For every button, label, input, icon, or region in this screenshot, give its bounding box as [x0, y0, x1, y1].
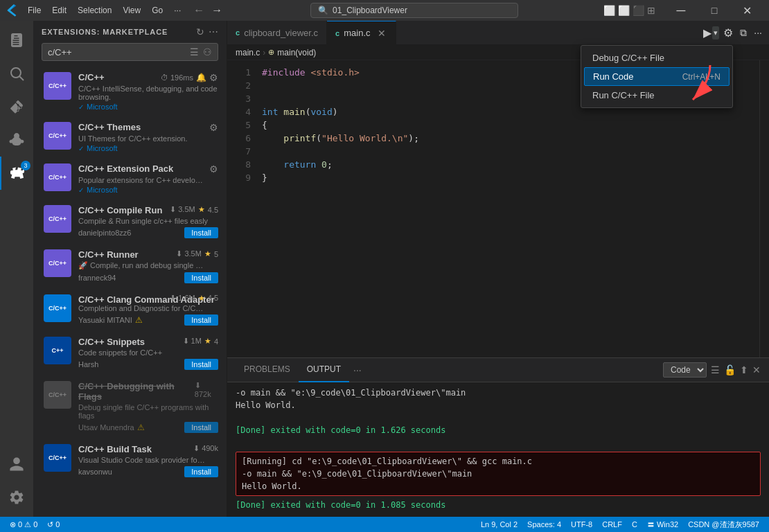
sync-icon: ↺	[47, 520, 53, 529]
install-btn-debug-flags[interactable]: Install	[184, 422, 218, 433]
search-box[interactable]: 🔍 01_ClipboardViewer	[310, 3, 518, 18]
output-source-select[interactable]: Code	[663, 362, 707, 378]
install-btn-compile-run[interactable]: Install	[184, 227, 218, 238]
ext-gear-btn-cpp-main[interactable]: ⚙	[209, 72, 218, 83]
activity-item-extensions[interactable]: 3	[0, 157, 33, 190]
menu-selection[interactable]: Selection	[72, 3, 117, 18]
ext-desc-cpp-pack: Popular extensions for C++ development i…	[78, 176, 206, 184]
activity-item-accounts[interactable]	[0, 447, 33, 481]
editor-scrollbar[interactable]	[759, 60, 769, 357]
install-btn-snippets[interactable]: Install	[184, 359, 218, 370]
minimize-btn[interactable]: ─	[665, 0, 697, 21]
panel-content[interactable]: -o main && "e:\9_code\01_ClipboardViewer…	[227, 382, 769, 517]
refresh-icon[interactable]: ↻	[196, 26, 204, 37]
menu-edit[interactable]: Edit	[46, 3, 72, 18]
ext-bell-icon: 🔔	[196, 73, 206, 82]
menu-more[interactable]: ···	[168, 3, 186, 18]
sidebar-header: EXTENSIONS: MARKETPLACE ↻ ⋯	[33, 21, 227, 43]
menu-go[interactable]: Go	[146, 3, 168, 18]
layout-btn-3[interactable]: ⬛	[633, 5, 644, 16]
c-file-icon-2: c	[335, 29, 339, 37]
layout-btn-4[interactable]: ⊞	[647, 5, 655, 16]
running-line-1: [Running] cd "e:\9_code\01_ClipboardView…	[242, 455, 754, 468]
settings-gear-icon[interactable]: ⚙	[721, 25, 736, 41]
run-annotation-arrow	[672, 62, 714, 106]
menu-view[interactable]: View	[117, 3, 146, 18]
maximize-btn[interactable]: □	[698, 0, 730, 21]
tab-main[interactable]: c main.c ✕	[327, 21, 396, 44]
breadcrumb-file[interactable]: main.c	[236, 48, 260, 57]
activity-item-search[interactable]	[0, 57, 33, 90]
status-spaces[interactable]: Spaces: 4	[523, 520, 565, 529]
ext-item-cpp-compile-run[interactable]: C/C++ C/C++ Compile Run ⬇ 3.5M ★ 4.5 Com…	[33, 200, 227, 244]
search-input[interactable]	[48, 47, 186, 57]
install-btn-clang[interactable]: Install	[184, 314, 218, 326]
panel-list-icon[interactable]: ☰	[711, 364, 720, 375]
ext-item-cpp-themes[interactable]: C/C++ C/C++ Themes ⚙ UI Themes for C/C++…	[33, 116, 227, 158]
ext-icon-cpp-themes: C/C++	[44, 122, 71, 150]
status-language[interactable]: C	[628, 520, 642, 529]
code-editor[interactable]: 123456789 #include <stdio.h> int main(vo…	[227, 60, 769, 357]
activity-item-git[interactable]	[0, 90, 33, 123]
star-icon-1: ★	[198, 205, 205, 214]
breadcrumb-func[interactable]: ⊕ main(void)	[268, 48, 316, 57]
status-sync[interactable]: ↺ 0	[43, 520, 64, 529]
activity-item-explorer[interactable]	[0, 24, 33, 57]
ext-desc-cpp-runner: 🚀 Compile, run and debug single or multi…	[78, 261, 206, 270]
ext-desc-cpp-compile-run: Compile & Run single c/c++ files easly	[78, 217, 218, 225]
output-line-4	[236, 436, 761, 449]
close-btn[interactable]: ✕	[732, 0, 763, 21]
panel-up-icon[interactable]: ⬆	[740, 364, 748, 375]
panel-lock-icon[interactable]: 🔓	[724, 364, 736, 375]
status-line-ending[interactable]: CRLF	[598, 520, 626, 529]
ext-icon-cpp-clang: C/C++	[44, 294, 71, 322]
titlebar-nav: ← →	[191, 3, 225, 18]
ext-desc-cpp-build-task: Visual Studio Code task provider for com…	[78, 456, 206, 464]
ext-gear-btn-cpp-pack[interactable]: ⚙	[209, 163, 218, 175]
install-btn-build-task[interactable]: Install	[184, 466, 218, 477]
run-dropdown-arrow[interactable]: ▾	[712, 26, 719, 39]
ext-gear-btn-cpp-themes[interactable]: ⚙	[209, 122, 218, 133]
panel-tab-output[interactable]: OUTPUT	[299, 358, 349, 382]
activity-item-debug[interactable]	[0, 123, 33, 157]
ext-item-cpp-main[interactable]: C/C++ C/C++ ⏱ 196ms 🔔 ⚙ C/C++ IntelliSen…	[33, 66, 227, 116]
panel-tab-problems[interactable]: PROBLEMS	[236, 358, 299, 382]
ext-icon-cpp-pack: C/C++	[44, 163, 71, 191]
search-icon: 🔍	[318, 6, 328, 15]
status-encoding[interactable]: UTF-8	[567, 520, 596, 529]
filter-icon[interactable]: ⋯	[209, 26, 218, 37]
ext-author-cpp-pack: Microsoft	[87, 186, 118, 194]
view-filter-icon[interactable]: ☰	[190, 46, 199, 57]
ext-item-cpp-build-task[interactable]: C/C++ C/C++ Build Task ⬇ 490k Visual Stu…	[33, 438, 227, 483]
run-icon[interactable]: ▶	[703, 26, 711, 39]
activity-item-settings[interactable]	[0, 481, 33, 514]
nav-back-btn[interactable]: ←	[191, 3, 207, 18]
ext-name-cpp-snippets: C/C++ Snippets	[78, 337, 145, 347]
output-running-box: [Running] cd "e:\9_code\01_ClipboardView…	[236, 452, 761, 496]
ext-item-cpp-debug-flags[interactable]: C/C++ C/C++ Debugging with Flags ⬇ 872k …	[33, 375, 227, 438]
split-editor-icon[interactable]: ⧉	[737, 26, 750, 40]
ext-item-cpp-pack[interactable]: C/C++ C/C++ Extension Pack ⚙ Popular ext…	[33, 158, 227, 200]
panel-tab-more-btn[interactable]: ···	[349, 364, 366, 375]
panel-close-icon[interactable]: ✕	[752, 364, 761, 375]
status-position[interactable]: Ln 9, Col 2	[477, 520, 522, 529]
tab-close-main[interactable]: ✕	[378, 28, 386, 39]
menu-bar: File Edit Selection View Go ···	[22, 3, 186, 18]
tab-clipboard[interactable]: c clipboard_viewer.c	[227, 21, 327, 44]
layout-btn-1[interactable]: ⬜	[603, 5, 615, 16]
status-platform[interactable]: 〓 Win32	[643, 520, 682, 530]
code-line-7	[262, 145, 754, 158]
ext-item-cpp-clang[interactable]: C/C++ C/C++ Clang Command Adapter ⬇ 1.6M…	[33, 289, 227, 331]
filter-btn[interactable]: ⚇	[203, 46, 212, 57]
layout-btn-2[interactable]: ⬜	[618, 5, 630, 16]
run-code-btn[interactable]: ▶ ▾	[703, 26, 719, 39]
nav-forward-btn[interactable]: →	[209, 3, 225, 18]
func-icon: ⊕	[268, 48, 274, 57]
ext-item-cpp-snippets[interactable]: C++ C/C++ Snippets ⬇ 1M ★ 4 Code snippet…	[33, 331, 227, 375]
install-btn-runner[interactable]: Install	[184, 272, 218, 283]
menu-file[interactable]: File	[22, 3, 46, 18]
search-bar[interactable]: ☰ ⚇	[42, 43, 218, 61]
ext-item-cpp-runner[interactable]: C/C++ C/C++ Runner ⬇ 3.5M ★ 5 🚀 Compile,…	[33, 244, 227, 289]
editor-more-icon[interactable]: ···	[751, 26, 765, 39]
status-errors[interactable]: ⊗ 0 ⚠ 0	[6, 520, 42, 529]
